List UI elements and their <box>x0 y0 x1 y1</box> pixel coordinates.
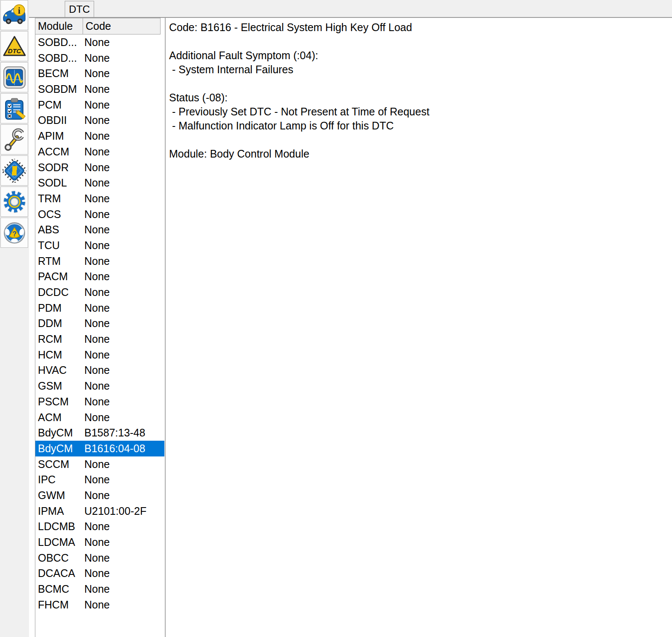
code-cell: None <box>83 378 164 394</box>
detail-text: Code: B1616 - Electrical System High Key… <box>169 20 668 161</box>
dtc-detail-panel[interactable]: Code: B1616 - Electrical System High Key… <box>165 18 672 637</box>
detail-line <box>169 133 668 147</box>
table-row[interactable]: SCCMNone <box>35 456 164 472</box>
module-cell: PACM <box>35 269 83 284</box>
module-cell: PDM <box>35 300 83 316</box>
module-cell: TRM <box>35 191 83 207</box>
table-row[interactable]: RCMNone <box>35 331 164 347</box>
column-header-module[interactable]: Module <box>35 18 83 34</box>
module-cell: LDCMA <box>35 534 83 550</box>
table-row[interactable]: SOBD...None <box>35 50 164 66</box>
table-row[interactable]: BCMCNone <box>35 581 164 597</box>
code-cell: None <box>83 175 164 191</box>
tab-dtc[interactable]: DTC <box>65 1 94 17</box>
table-row[interactable]: HVACNone <box>35 362 164 378</box>
settings-gear-icon <box>3 190 26 214</box>
module-cell: ABS <box>35 222 83 238</box>
module-cell: OCS <box>35 207 83 222</box>
module-cell: DDM <box>35 316 83 331</box>
code-cell: None <box>83 50 164 66</box>
code-cell: None <box>83 112 164 128</box>
table-row[interactable]: BdyCMB1587:13-48 <box>35 425 164 441</box>
sidebar-button-dtc[interactable]: DTC <box>0 31 28 61</box>
code-cell: None <box>83 160 164 175</box>
sidebar-button-vehicle-info[interactable]: i <box>0 0 28 30</box>
detail-line: - Malfunction Indicator Lamp is Off for … <box>169 119 668 133</box>
code-cell: None <box>83 488 164 503</box>
table-row[interactable]: BdyCMB1616:04-08 <box>35 441 164 456</box>
icon-sidebar: i DTC <box>0 0 29 637</box>
table-row[interactable]: SOBDMNone <box>35 81 164 97</box>
table-row[interactable]: ACMNone <box>35 410 164 425</box>
table-row[interactable]: DCDCNone <box>35 284 164 300</box>
module-cell: FHCM <box>35 597 83 613</box>
sidebar-button-service[interactable] <box>0 124 28 155</box>
detail-line <box>169 77 668 91</box>
dtc-warning-icon: DTC <box>3 34 26 58</box>
table-row[interactable]: PACMNone <box>35 269 164 284</box>
module-cell: GWM <box>35 488 83 503</box>
sidebar-button-oscilloscope[interactable] <box>0 62 28 92</box>
code-cell: None <box>83 269 164 284</box>
checklist-icon <box>3 97 26 121</box>
car-info-icon: i <box>3 3 26 27</box>
code-cell: None <box>83 97 164 113</box>
table-row[interactable]: FHCMNone <box>35 597 164 613</box>
table-row[interactable]: OBDIINone <box>35 112 164 128</box>
code-cell: None <box>83 300 164 316</box>
code-cell: None <box>83 191 164 207</box>
module-cell: BECM <box>35 66 83 81</box>
table-row[interactable]: DCACANone <box>35 565 164 581</box>
table-row[interactable]: OBCCNone <box>35 550 164 566</box>
module-cell: PSCM <box>35 394 83 410</box>
code-cell: None <box>83 519 164 534</box>
table-row[interactable]: DDMNone <box>35 316 164 331</box>
table-row[interactable]: BECMNone <box>35 66 164 81</box>
table-row[interactable]: PSCMNone <box>35 394 164 410</box>
table-row[interactable]: LDCMBNone <box>35 519 164 534</box>
module-cell: SOBDM <box>35 81 83 97</box>
code-cell: None <box>83 253 164 269</box>
sidebar-button-modules[interactable] <box>0 155 28 186</box>
table-row[interactable]: GSMNone <box>35 378 164 394</box>
table-row[interactable]: LDCMANone <box>35 534 164 550</box>
module-cell: DCDC <box>35 284 83 300</box>
table-row[interactable]: SODRNone <box>35 160 164 175</box>
module-cell: ACCM <box>35 144 83 160</box>
table-row[interactable]: TRMNone <box>35 191 164 207</box>
table-row[interactable]: SOBD...None <box>35 34 164 50</box>
sidebar-button-help[interactable]: ? <box>0 218 28 248</box>
table-row[interactable]: TCUNone <box>35 238 164 253</box>
table-row[interactable]: IPMAU2101:00-2F <box>35 503 164 519</box>
dtc-row-list: SOBD...NoneSOBD...NoneBECMNoneSOBDMNoneP… <box>35 34 164 612</box>
table-row[interactable]: SODLNone <box>35 175 164 191</box>
table-row[interactable]: PDMNone <box>35 300 164 316</box>
code-cell: None <box>83 207 164 222</box>
sidebar-button-tests[interactable] <box>0 93 28 123</box>
steering-help-icon: ? <box>3 221 26 245</box>
module-cell: APIM <box>35 128 83 144</box>
table-row[interactable]: ABSNone <box>35 222 164 238</box>
sidebar-button-settings[interactable] <box>0 187 28 217</box>
table-row[interactable]: APIMNone <box>35 128 164 144</box>
table-row[interactable]: PCMNone <box>35 97 164 113</box>
module-cell: LDCMB <box>35 519 83 534</box>
module-cell: SOBD... <box>35 34 83 50</box>
table-row[interactable]: ACCMNone <box>35 144 164 160</box>
module-cell: OBCC <box>35 550 83 566</box>
code-cell: None <box>83 238 164 253</box>
code-cell: None <box>83 222 164 238</box>
code-cell: None <box>83 597 164 613</box>
module-cell: BdyCM <box>35 425 83 441</box>
code-cell: None <box>83 284 164 300</box>
table-row[interactable]: OCSNone <box>35 207 164 222</box>
module-cell: HVAC <box>35 362 83 378</box>
table-row[interactable]: IPCNone <box>35 472 164 488</box>
table-row[interactable]: HCMNone <box>35 347 164 363</box>
list-header: Module Code <box>35 18 164 34</box>
code-cell: None <box>83 410 164 425</box>
table-row[interactable]: RTMNone <box>35 253 164 269</box>
column-header-code[interactable]: Code <box>83 18 161 34</box>
wrench-icon <box>3 128 26 152</box>
table-row[interactable]: GWMNone <box>35 488 164 503</box>
